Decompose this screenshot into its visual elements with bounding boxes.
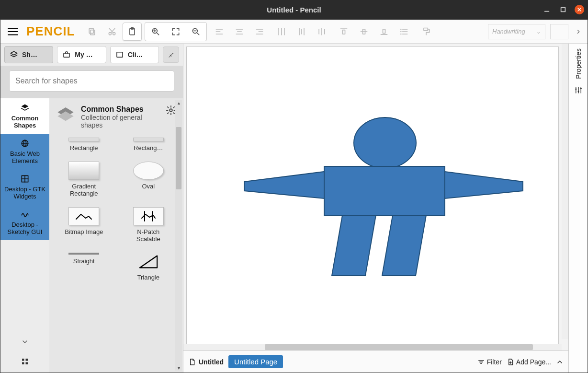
format-paint-button[interactable]: [417, 23, 436, 41]
paste-button[interactable]: [123, 23, 142, 41]
drawing-canvas[interactable]: [187, 47, 560, 344]
category-common-shapes[interactable]: Common Shapes: [0, 98, 49, 134]
window-maximize-button[interactable]: [558, 5, 568, 14]
page-tab[interactable]: Untitled Page: [228, 355, 283, 368]
briefcase-icon: [62, 50, 71, 59]
shape-left-leg[interactable]: [332, 215, 376, 276]
svg-point-82: [577, 91, 579, 92]
app-logo: PENCIL: [26, 24, 75, 39]
svg-rect-1: [561, 8, 565, 12]
properties-tab[interactable]: Properties: [575, 48, 582, 79]
shape-rounded-rectangle[interactable]: Rectang…: [117, 134, 181, 156]
layers-icon: [56, 105, 75, 124]
left-sidebar: Sh… My … Cli…: [0, 44, 183, 373]
svg-marker-53: [11, 51, 17, 55]
distribute-h-center-button[interactable]: [292, 23, 311, 41]
shape-triangle[interactable]: Triangle: [117, 249, 181, 285]
shape-bitmap-image[interactable]: Bitmap Image: [52, 203, 116, 247]
shape-search-input[interactable]: [9, 70, 174, 92]
align-middle-button[interactable]: [354, 23, 373, 41]
window-minimize-button[interactable]: [542, 5, 552, 14]
svg-rect-7: [90, 30, 95, 35]
align-top-button[interactable]: [334, 23, 353, 41]
canvas-vertical-scrollbar[interactable]: [562, 44, 568, 339]
canvas-area: Untitled Untitled Page Filter Add Page..…: [183, 44, 568, 373]
svg-point-50: [400, 31, 402, 32]
shape-scrollbar[interactable]: ▴ ▾: [175, 100, 182, 371]
svg-rect-63: [22, 359, 24, 361]
font-family-select[interactable]: Handwriting ⌄: [488, 24, 545, 39]
svg-rect-8: [90, 28, 94, 33]
category-sketchy-gui[interactable]: Desktop - Sketchy GUI: [0, 205, 49, 240]
shape-right-arm[interactable]: [445, 172, 523, 198]
category-basic-web[interactable]: Basic Web Elements: [0, 134, 49, 169]
chevron-up-icon: [556, 358, 564, 366]
list-button[interactable]: [395, 23, 414, 41]
category-expand-button[interactable]: [0, 333, 49, 352]
page-bar-collapse-button[interactable]: [556, 358, 564, 366]
tab-shapes[interactable]: Sh…: [4, 46, 53, 63]
canvas-page[interactable]: [186, 47, 559, 344]
properties-settings-button[interactable]: [574, 86, 583, 96]
distribute-h-right-button[interactable]: [312, 23, 331, 41]
svg-rect-41: [343, 30, 345, 34]
align-right-button[interactable]: [250, 23, 269, 41]
layers-icon: [10, 50, 18, 59]
scrollbar-thumb[interactable]: [176, 127, 181, 189]
grid-icon: [21, 357, 29, 366]
toolbar-overflow-button[interactable]: [573, 23, 584, 41]
category-grid-view-button[interactable]: [0, 352, 49, 373]
zoom-fit-button[interactable]: [166, 23, 185, 41]
shape-gradient-rectangle[interactable]: Gradient Rectangle: [52, 158, 116, 201]
svg-rect-66: [26, 362, 28, 365]
svg-rect-45: [383, 29, 385, 33]
svg-point-49: [400, 28, 402, 30]
layers-icon: [20, 103, 30, 113]
shape-straight-line[interactable]: Straight: [52, 249, 116, 285]
copy-button[interactable]: [82, 23, 102, 41]
scrollbar-thumb[interactable]: [265, 344, 533, 350]
svg-point-83: [580, 88, 581, 89]
align-center-button[interactable]: [230, 23, 249, 41]
cut-button[interactable]: [102, 23, 122, 41]
zoom-out-button[interactable]: [186, 23, 205, 41]
canvas-horizontal-scrollbar[interactable]: [183, 344, 562, 350]
category-gtk-widgets[interactable]: Desktop - GTK Widgets: [0, 169, 49, 205]
collection-settings-button[interactable]: [166, 105, 176, 116]
add-page-icon: [507, 358, 514, 366]
svg-point-81: [575, 88, 577, 90]
category-label: Desktop - Sketchy GUI: [2, 221, 47, 235]
shape-oval[interactable]: Oval: [117, 158, 181, 201]
pin-icon: [167, 51, 175, 58]
squiggle-icon: [20, 210, 30, 219]
category-label: Common Shapes: [2, 115, 47, 129]
align-bottom-button[interactable]: [374, 23, 394, 41]
collection-title: Common Shapes: [81, 105, 160, 114]
distribute-h-left-button[interactable]: [272, 23, 291, 41]
main-toolbar: PENCIL: [0, 20, 588, 44]
shape-right-leg[interactable]: [382, 215, 426, 276]
svg-marker-56: [22, 105, 29, 108]
tab-clipart[interactable]: Cli…: [110, 46, 159, 63]
collection-subtitle: Collection of general shapes: [81, 114, 160, 129]
shape-torso[interactable]: [324, 166, 445, 215]
font-size-input[interactable]: [550, 24, 568, 39]
shape-head[interactable]: [354, 117, 416, 168]
zoom-in-button[interactable]: [146, 23, 165, 41]
image-icon: [115, 50, 124, 59]
category-label: Desktop - GTK Widgets: [2, 186, 47, 200]
chevron-down-icon: [21, 338, 29, 346]
align-left-button[interactable]: [210, 23, 229, 41]
pin-sidebar-button[interactable]: [163, 47, 179, 63]
filter-button[interactable]: Filter: [477, 358, 502, 366]
tab-label: My …: [75, 51, 92, 58]
window-close-button[interactable]: [575, 5, 584, 14]
scroll-down-icon: ▾: [175, 365, 182, 371]
svg-point-51: [400, 33, 402, 35]
menu-button[interactable]: [4, 23, 22, 40]
add-page-button[interactable]: Add Page...: [507, 358, 551, 366]
shape-left-arm[interactable]: [244, 172, 324, 198]
shape-npatch[interactable]: N-Patch Scalable: [117, 203, 181, 247]
shape-rectangle[interactable]: Rectangle: [52, 134, 116, 156]
tab-my-stuff[interactable]: My …: [57, 46, 106, 63]
